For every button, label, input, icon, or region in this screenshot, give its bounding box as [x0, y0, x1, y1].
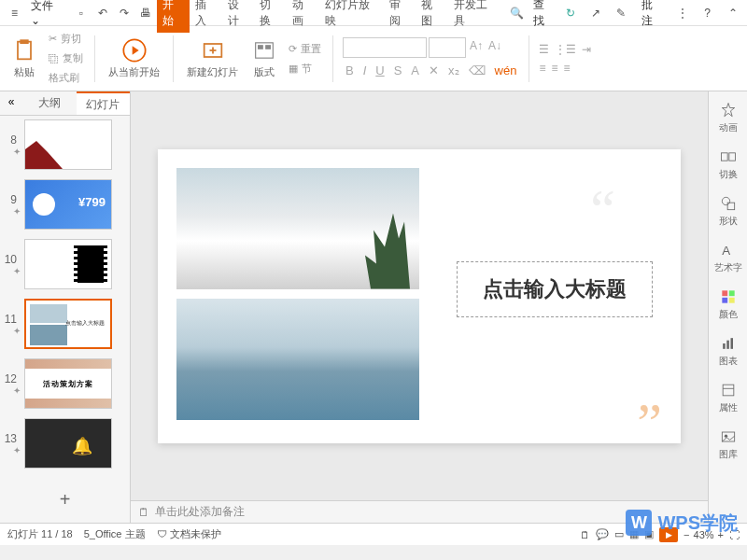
rp-chart[interactable]: 图表	[719, 334, 738, 368]
tab-animation[interactable]: 动画	[287, 0, 319, 33]
sidebar-collapse[interactable]: «	[0, 91, 22, 115]
rp-shape[interactable]: 形状	[719, 194, 738, 228]
tab-view[interactable]: 视图	[416, 0, 448, 33]
align-right-button[interactable]: ≡	[563, 62, 570, 75]
strike-button[interactable]: S	[391, 62, 405, 79]
thumb-11[interactable]: 11✦ 点击输入大标题	[4, 299, 126, 349]
thumb-12[interactable]: 12✦ 活动策划方案	[4, 358, 126, 409]
font-a-button[interactable]: A	[408, 62, 422, 79]
bullets-button[interactable]: ☰	[539, 43, 549, 56]
tab-design[interactable]: 设计	[222, 0, 255, 33]
tab-slideshow[interactable]: 幻灯片放映	[319, 0, 384, 33]
bell-icon: 🔔	[72, 436, 92, 456]
slide-image-2[interactable]	[176, 299, 419, 420]
copy-button[interactable]: ⿻复制	[47, 49, 85, 67]
undo-icon[interactable]: ↶	[93, 4, 111, 22]
cut-button[interactable]: ✂剪切	[47, 30, 85, 48]
svg-rect-23	[723, 385, 734, 396]
redo-icon[interactable]: ↷	[116, 4, 134, 22]
wen-button[interactable]: wén	[492, 62, 520, 79]
numbering-button[interactable]: ⋮☰	[555, 43, 576, 56]
outline-tab[interactable]: 大纲	[22, 91, 77, 115]
thumb-13[interactable]: 13✦ 🔔	[4, 418, 126, 469]
increase-font-icon[interactable]: A↑	[468, 37, 485, 58]
thumb-9[interactable]: 9✦ ¥799	[4, 179, 126, 230]
reset-button[interactable]: ⟳重置	[287, 40, 323, 58]
indent-button[interactable]: ⇥	[582, 43, 591, 56]
clear-format-button[interactable]: ⌫	[466, 62, 488, 79]
text-format-tools: B I U S A ✕ x₂ ⌫ wén	[343, 62, 519, 79]
search-label[interactable]: 查找	[528, 0, 560, 31]
font-family-select[interactable]	[343, 37, 427, 58]
watermark-text: WPS学院	[657, 511, 738, 536]
new-slide-button[interactable]: 新建幻灯片	[183, 37, 242, 79]
align-left-button[interactable]: ≡	[539, 62, 545, 75]
highlight-button[interactable]: ✕	[426, 62, 442, 79]
italic-button[interactable]: I	[360, 62, 370, 79]
layout-button[interactable]: 版式	[247, 37, 281, 79]
search-icon[interactable]: 🔍	[507, 4, 525, 22]
rp-gallery[interactable]: 图库	[719, 427, 738, 461]
rp-color[interactable]: 颜色	[719, 287, 738, 321]
clipboard-small: ✂剪切 ⿻复制 格式刷	[47, 30, 85, 87]
annotate-icon[interactable]: ✎	[613, 4, 630, 22]
notes-toggle-icon[interactable]: 🗒	[580, 529, 590, 540]
save-icon[interactable]: ▫	[72, 4, 90, 22]
play-from-current[interactable]: 从当前开始	[105, 37, 163, 79]
tab-transition[interactable]: 切换	[254, 0, 287, 33]
notes-bar[interactable]: 🗒 单击此处添加备注	[131, 500, 708, 523]
normal-view-icon[interactable]: ▭	[614, 528, 624, 540]
file-menu[interactable]: 文件 ⌄	[25, 0, 70, 29]
hamburger-icon[interactable]: ≡	[6, 4, 23, 22]
new-slide-icon	[200, 37, 226, 63]
add-slide-button[interactable]: +	[0, 482, 130, 518]
comments-toggle-icon[interactable]: 💬	[596, 528, 609, 540]
annotate-label[interactable]: 批注	[636, 0, 669, 31]
slide-panel: « 大纲 幻灯片 8✦ 9✦ ¥799 10✦ 11✦ 点击输入大标题 12✦	[0, 91, 131, 523]
decrease-font-icon[interactable]: A↓	[486, 37, 503, 58]
slide-counter: 幻灯片 11 / 18	[7, 527, 73, 541]
tab-insert[interactable]: 插入	[190, 0, 222, 33]
print-icon[interactable]: 🖶	[137, 4, 155, 22]
slides-tab[interactable]: 幻灯片	[77, 91, 131, 115]
thumb-10[interactable]: 10✦	[4, 239, 126, 289]
menubar: ≡ 文件 ⌄ ▫ ↶ ↷ 🖶 开始 插入 设计 切换 动画 幻灯片放映 审阅 视…	[0, 0, 747, 26]
rp-transition[interactable]: 切换	[719, 147, 738, 181]
more-icon[interactable]: ⋮	[673, 4, 691, 22]
share-icon[interactable]: ↗	[587, 4, 605, 22]
slide-canvas[interactable]: “ 点击输入大标题 „	[131, 91, 708, 500]
paste-label: 粘贴	[14, 65, 35, 79]
rp-property[interactable]: 属性	[719, 381, 738, 414]
bold-button[interactable]: B	[343, 62, 357, 79]
wps-logo-icon: W	[626, 510, 652, 536]
paste-group[interactable]: 粘贴	[7, 37, 41, 79]
svg-point-26	[724, 435, 726, 438]
format-painter-button[interactable]: 格式刷	[47, 69, 85, 87]
play-label: 从当前开始	[108, 65, 160, 79]
slide-image-1[interactable]	[176, 168, 419, 289]
watermark: W WPS学院	[626, 510, 738, 536]
font-size-select[interactable]	[429, 37, 466, 58]
svg-point-13	[722, 197, 729, 204]
tab-start[interactable]: 开始	[157, 0, 190, 33]
sub-button[interactable]: x₂	[445, 62, 462, 79]
tab-dev[interactable]: 开发工具	[448, 0, 501, 33]
collapse-icon[interactable]: ⌃	[724, 4, 741, 22]
current-slide[interactable]: “ 点击输入大标题 „	[158, 149, 681, 443]
cut-icon: ✂	[49, 33, 57, 45]
help-icon[interactable]: ?	[698, 4, 716, 22]
protection-status[interactable]: 🛡 文档未保护	[157, 527, 221, 541]
cloud-icon[interactable]: ↻	[562, 4, 580, 22]
rp-animation[interactable]: 动画	[719, 101, 738, 134]
align-center-button[interactable]: ≡	[551, 62, 557, 75]
quote-open-icon: “	[590, 177, 615, 242]
thumb-8[interactable]: 8✦	[4, 119, 126, 170]
svg-rect-22	[730, 338, 733, 349]
tab-review[interactable]: 审阅	[384, 0, 416, 33]
rp-wordart[interactable]: A艺术字	[714, 241, 742, 274]
title-placeholder[interactable]: 点击输入大标题	[457, 261, 653, 317]
underline-button[interactable]: U	[373, 62, 387, 79]
font-group: A↑ A↓ B I U S A ✕ x₂ ⌫ wén	[343, 37, 519, 79]
section-icon: ▦	[289, 63, 298, 75]
section-button[interactable]: ▦节	[287, 60, 323, 77]
